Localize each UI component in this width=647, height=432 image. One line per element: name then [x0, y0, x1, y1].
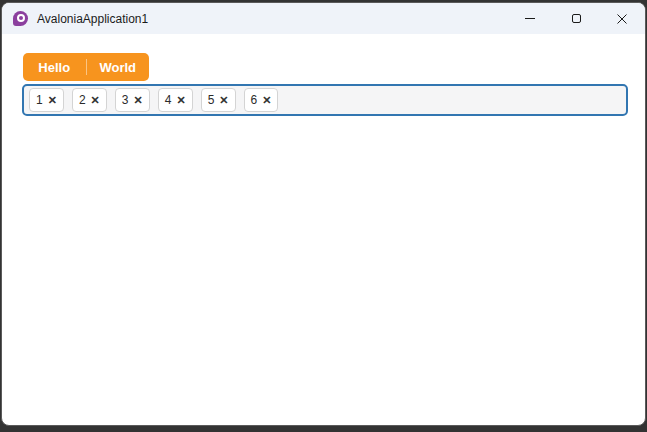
tab-strip: Hello World [23, 53, 149, 81]
tab-hello[interactable]: Hello [23, 53, 86, 81]
window-title: AvaloniaApplication1 [37, 12, 148, 26]
chip-label: 1 [36, 93, 43, 107]
chips-input[interactable]: 1 ✕ 2 ✕ 3 ✕ 4 ✕ 5 ✕ 6 ✕ [22, 84, 628, 116]
avalonia-logo-icon [13, 11, 28, 26]
close-button[interactable] [599, 3, 645, 34]
chip: 2 ✕ [72, 88, 107, 112]
chip-label: 2 [79, 93, 86, 107]
chip-label: 5 [208, 93, 215, 107]
close-icon [617, 14, 627, 24]
chip-remove-icon[interactable]: ✕ [262, 95, 271, 106]
title-bar: AvaloniaApplication1 [2, 3, 645, 34]
chip-label: 4 [165, 93, 172, 107]
chip-label: 6 [251, 93, 258, 107]
app-window: AvaloniaApplication1 Hello World 1 ✕ [1, 2, 646, 426]
chip: 3 ✕ [115, 88, 150, 112]
minimize-button[interactable] [507, 3, 553, 34]
chip-label: 3 [122, 93, 129, 107]
chip-remove-icon[interactable]: ✕ [219, 95, 228, 106]
maximize-icon [572, 14, 581, 23]
window-controls [507, 3, 645, 34]
minimize-icon [525, 18, 535, 19]
chip-remove-icon[interactable]: ✕ [176, 95, 185, 106]
desktop-background: { "window": { "title": "AvaloniaApplicat… [0, 0, 647, 432]
chip: 1 ✕ [29, 88, 64, 112]
chip: 4 ✕ [158, 88, 193, 112]
chip-remove-icon[interactable]: ✕ [48, 95, 57, 106]
chip: 5 ✕ [201, 88, 236, 112]
chip-remove-icon[interactable]: ✕ [91, 95, 100, 106]
chip-remove-icon[interactable]: ✕ [134, 95, 143, 106]
chip: 6 ✕ [244, 88, 279, 112]
maximize-button[interactable] [553, 3, 599, 34]
tab-world[interactable]: World [87, 53, 150, 81]
